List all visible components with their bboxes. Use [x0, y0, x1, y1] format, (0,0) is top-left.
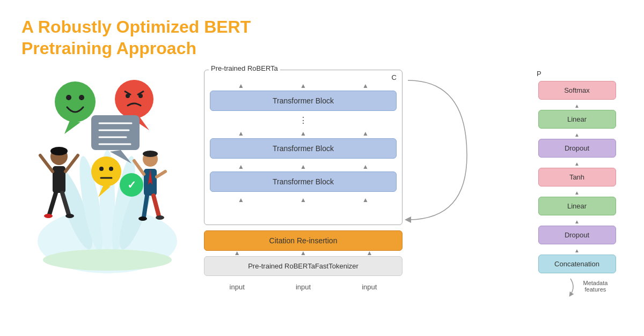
- title-line1: A Robustly Optimized BERT: [21, 17, 251, 36]
- svg-line-20: [157, 171, 165, 177]
- svg-text:✓: ✓: [127, 179, 136, 191]
- svg-point-9: [50, 147, 68, 155]
- svg-point-6: [43, 249, 172, 271]
- citation-block: Citation Re-insertion: [204, 230, 402, 251]
- p-label: P: [537, 70, 623, 78]
- svg-point-43: [99, 167, 104, 171]
- svg-rect-7: [53, 166, 65, 193]
- svg-marker-29: [64, 121, 80, 134]
- svg-point-28: [79, 95, 84, 100]
- c-label: C: [392, 73, 397, 81]
- transformer-block-2: Transformer Block: [210, 138, 397, 159]
- svg-point-42: [91, 156, 121, 186]
- dots: ⋮: [210, 115, 397, 125]
- svg-point-23: [138, 216, 147, 221]
- svg-point-27: [66, 95, 71, 100]
- svg-point-14: [44, 214, 53, 218]
- svg-point-30: [115, 80, 153, 118]
- transformer-block-3: Transformer Block: [210, 171, 397, 192]
- layer-tanh: Tanh: [538, 168, 616, 186]
- input-label-2: input: [296, 283, 311, 291]
- svg-point-24: [156, 215, 164, 220]
- roberta-label: Pre-trained RoBERTa: [209, 64, 280, 72]
- tokenizer-block: Pre-trained RoBERTaFastTokenizer: [204, 256, 402, 276]
- svg-point-33: [126, 94, 130, 98]
- input-label-1: input: [230, 283, 245, 291]
- input-label-3: input: [362, 283, 377, 291]
- metadata-label: Metadatafeatures: [583, 280, 608, 293]
- transformer-block-1: Transformer Block: [210, 91, 397, 111]
- svg-line-22: [153, 196, 159, 216]
- right-diagram: P Softmax ▲ Linear ▲ Dropout ▲ Tanh ▲ Li…: [531, 70, 623, 284]
- layer-softmax: Softmax: [538, 81, 616, 100]
- svg-point-18: [143, 151, 158, 157]
- content-row: ✓ Pre-trained RoBERTa C ▲ ▲ ▲: [21, 70, 623, 325]
- center-diagram: Pre-trained RoBERTa C ▲ ▲ ▲ Transformer …: [204, 70, 521, 273]
- title-line2: Pretraining Approach: [21, 39, 196, 58]
- svg-point-34: [138, 94, 143, 98]
- main-container: A Robustly Optimized BERT Pretraining Ap…: [0, 0, 644, 336]
- layer-linear-1: Linear: [538, 110, 616, 129]
- layer-dropout-1: Dropout: [538, 139, 616, 158]
- page-title: A Robustly Optimized BERT Pretraining Ap…: [21, 16, 623, 59]
- svg-point-15: [65, 214, 74, 218]
- illustration: ✓: [21, 70, 193, 273]
- layer-concatenation: Concatenation: [538, 255, 616, 273]
- layer-linear-2: Linear: [538, 197, 616, 215]
- layer-dropout-2: Dropout: [538, 226, 616, 244]
- svg-line-12: [49, 193, 56, 214]
- svg-point-44: [109, 167, 113, 171]
- svg-line-19: [134, 161, 144, 174]
- right-layers: Softmax ▲ Linear ▲ Dropout ▲ Tanh ▲ Line…: [531, 81, 623, 297]
- svg-point-26: [55, 81, 96, 122]
